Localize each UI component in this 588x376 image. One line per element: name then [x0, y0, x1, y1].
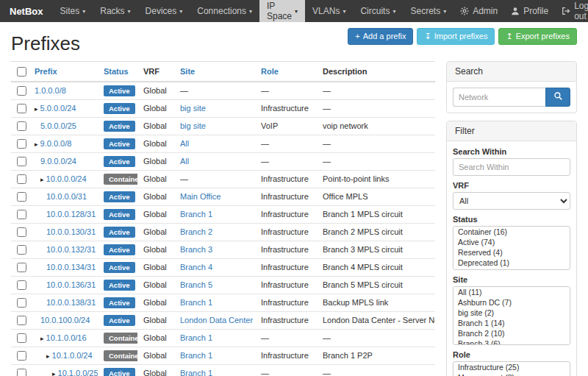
site-link[interactable]: Branch 1: [180, 298, 212, 307]
site-link[interactable]: Branch 3: [180, 245, 212, 254]
prefix-link[interactable]: 10.0.0.136/31: [46, 280, 96, 289]
prefix-link[interactable]: 10.0.100.0/24: [40, 316, 90, 324]
filter-option[interactable]: Reserved (4): [453, 247, 570, 258]
site-link[interactable]: Main Office: [180, 192, 220, 201]
site-link[interactable]: Branch 1: [180, 210, 212, 219]
select-all-checkbox[interactable]: [17, 67, 26, 77]
site-link[interactable]: London Data Center: [180, 316, 253, 324]
prefix-link[interactable]: 5.0.0.0/25: [40, 121, 76, 130]
site-filter-listbox[interactable]: All (11)Ashburn DC (7)big site (2)Branch…: [453, 286, 570, 345]
description-cell: —: [317, 82, 435, 100]
prefix-link[interactable]: 10.0.0.0/24: [46, 174, 87, 183]
row-checkbox[interactable]: [17, 280, 26, 290]
nav-item-secrets[interactable]: Secrets▾: [403, 0, 453, 22]
vrf-cell: Global: [137, 82, 174, 100]
filter-option[interactable]: big site (2): [453, 308, 570, 318]
row-select-cell: [11, 205, 29, 223]
site-link[interactable]: Branch 1: [180, 333, 212, 342]
site-link[interactable]: Branch 4: [180, 263, 212, 272]
site-link[interactable]: big site: [180, 104, 206, 113]
row-checkbox[interactable]: [17, 139, 26, 149]
indent-spacer: [35, 322, 40, 323]
filter-option[interactable]: Branch 3 (6): [453, 338, 570, 345]
status-filter-listbox[interactable]: Container (16)Active (74)Reserved (4)Dep…: [453, 226, 570, 270]
nav-item-racks[interactable]: Racks▾: [93, 0, 137, 22]
row-checkbox[interactable]: [17, 316, 26, 325]
prefix-link[interactable]: 10.0.0.132/31: [46, 245, 96, 254]
row-checkbox[interactable]: [17, 104, 26, 113]
filter-option[interactable]: Ashburn DC (7): [453, 297, 570, 308]
filter-option[interactable]: Container (16): [453, 227, 570, 237]
row-checkbox[interactable]: [17, 333, 26, 343]
site-link[interactable]: big site: [180, 121, 206, 130]
search-button[interactable]: [545, 88, 570, 107]
nav-item-connections[interactable]: Connections▾: [190, 0, 259, 22]
row-checkbox[interactable]: [17, 210, 26, 219]
status-badge: Active: [104, 156, 135, 167]
vrf-cell: Global: [137, 223, 174, 241]
site-link[interactable]: Branch 1: [180, 369, 212, 376]
export-prefixes-button[interactable]: ↥Export prefixes: [498, 28, 577, 45]
network-search-input[interactable]: [453, 88, 545, 107]
row-checkbox[interactable]: [17, 298, 26, 308]
row-checkbox[interactable]: [17, 245, 26, 255]
prefix-link[interactable]: 1.0.0.0/8: [35, 86, 66, 95]
indent-spacer: [35, 216, 46, 217]
site-link[interactable]: Branch 1: [180, 351, 212, 360]
role-filter-listbox[interactable]: Infrastructure (25)Management (8)Private…: [453, 361, 570, 376]
filter-option[interactable]: Management (8): [453, 372, 570, 376]
add-prefix-button[interactable]: +Add a prefix: [348, 28, 413, 45]
row-checkbox[interactable]: [17, 263, 26, 272]
row-checkbox[interactable]: [17, 86, 26, 96]
prefix-cell: ▸10.0.0.0/24: [29, 170, 98, 188]
filter-option[interactable]: Deprecated (1): [453, 258, 570, 268]
column-sort-role[interactable]: Role: [261, 67, 279, 76]
site-link[interactable]: All: [180, 157, 189, 166]
status-cell: Active: [98, 364, 137, 376]
prefix-link[interactable]: 10.0.0.130/31: [46, 227, 96, 236]
prefix-link[interactable]: 10.0.0.134/31: [46, 263, 96, 272]
search-within-input[interactable]: [453, 158, 570, 176]
row-checkbox[interactable]: [17, 121, 26, 131]
filter-option[interactable]: Branch 2 (10): [453, 328, 570, 338]
row-checkbox[interactable]: [17, 351, 26, 361]
filter-option[interactable]: All (11): [453, 287, 570, 297]
status-badge: Active: [104, 280, 135, 291]
nav-item-sites[interactable]: Sites▾: [53, 0, 93, 22]
prefix-link[interactable]: 10.0.0.128/31: [46, 210, 96, 219]
row-checkbox[interactable]: [17, 157, 26, 166]
prefix-link[interactable]: 5.0.0.0/24: [40, 104, 76, 113]
role-cell: Infrastructure: [255, 294, 317, 311]
column-sort-site[interactable]: Site: [180, 67, 195, 76]
profile-link[interactable]: Profile: [504, 0, 555, 22]
filter-option[interactable]: Active (74): [453, 237, 570, 247]
row-checkbox[interactable]: [17, 227, 26, 237]
nav-item-vlans[interactable]: VLANs▾: [305, 0, 353, 22]
admin-link[interactable]: Admin: [453, 0, 504, 22]
prefix-link[interactable]: 10.0.0.0/31: [46, 192, 87, 201]
import-prefixes-button[interactable]: ↧Import prefixes: [417, 28, 495, 45]
filter-option[interactable]: Infrastructure (25): [453, 362, 570, 372]
site-link[interactable]: Branch 5: [180, 280, 212, 289]
row-checkbox[interactable]: [17, 174, 26, 184]
column-sort-status[interactable]: Status: [104, 67, 129, 76]
prefix-link[interactable]: 10.1.0.0/16: [46, 333, 87, 342]
prefix-link[interactable]: 9.0.0.0/24: [40, 157, 76, 166]
prefix-link[interactable]: 10.1.0.0/24: [52, 351, 93, 360]
nav-item-circuits[interactable]: Circuits▾: [353, 0, 403, 22]
logout-link[interactable]: Log out: [555, 0, 588, 22]
nav-item-devices[interactable]: Devices▾: [138, 0, 190, 22]
row-checkbox[interactable]: [17, 369, 26, 376]
prefix-link[interactable]: 9.0.0.0/8: [40, 139, 72, 148]
vrf-select[interactable]: All: [453, 192, 570, 210]
nav-item-ip-space[interactable]: IP Space▾: [259, 0, 305, 22]
site-link[interactable]: All: [180, 139, 189, 148]
prefix-link[interactable]: 10.0.0.138/31: [46, 298, 96, 307]
brand-logo[interactable]: NetBox: [0, 0, 53, 22]
filter-option[interactable]: Branch 1 (14): [453, 318, 570, 328]
site-link[interactable]: Branch 2: [180, 227, 212, 236]
prefix-link[interactable]: 10.1.0.0/25: [58, 369, 98, 376]
prefix-cell: 10.0.0.132/31: [29, 241, 98, 258]
column-sort-prefix[interactable]: Prefix: [35, 67, 57, 76]
row-checkbox[interactable]: [17, 192, 26, 202]
